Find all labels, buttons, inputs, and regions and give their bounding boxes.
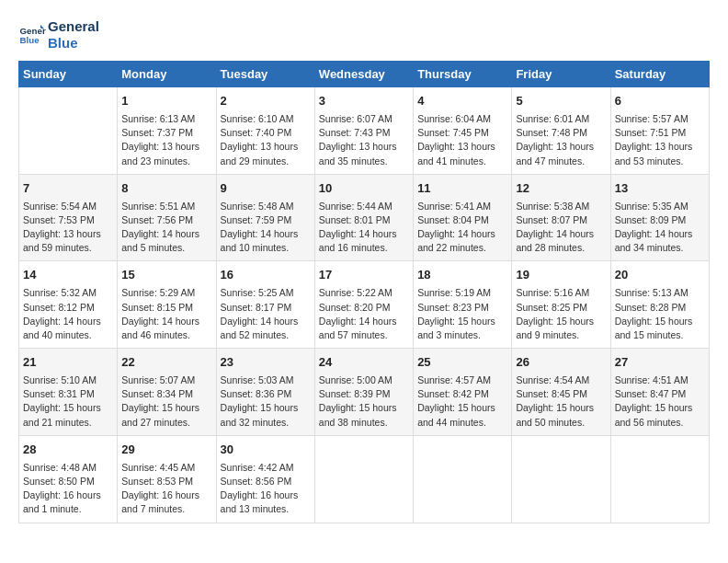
day-info: Sunrise: 4:51 AMSunset: 8:47 PMDaylight:… — [615, 373, 705, 430]
day-info: Sunrise: 5:03 AMSunset: 8:36 PMDaylight:… — [221, 373, 311, 430]
day-cell: 20Sunrise: 5:13 AMSunset: 8:28 PMDayligh… — [610, 261, 709, 349]
day-cell: 24Sunrise: 5:00 AMSunset: 8:39 PMDayligh… — [314, 349, 413, 436]
day-cell: 10Sunrise: 5:44 AMSunset: 8:01 PMDayligh… — [314, 174, 413, 261]
day-cell: 22Sunrise: 5:07 AMSunset: 8:34 PMDayligh… — [118, 349, 216, 436]
day-info: Sunrise: 4:54 AMSunset: 8:45 PMDaylight:… — [516, 373, 606, 430]
header-day-tuesday: Tuesday — [216, 62, 314, 87]
day-cell — [610, 435, 709, 523]
day-cell: 30Sunrise: 4:42 AMSunset: 8:56 PMDayligh… — [216, 435, 314, 523]
day-cell: 8Sunrise: 5:51 AMSunset: 7:56 PMDaylight… — [118, 174, 216, 261]
day-info: Sunrise: 5:41 AMSunset: 8:04 PMDaylight:… — [417, 200, 507, 256]
day-number: 30 — [221, 442, 311, 459]
day-info: Sunrise: 6:07 AMSunset: 7:43 PMDaylight:… — [319, 112, 409, 168]
day-cell: 1Sunrise: 6:13 AMSunset: 7:37 PMDaylight… — [118, 87, 216, 175]
day-info: Sunrise: 4:42 AMSunset: 8:56 PMDaylight:… — [221, 461, 311, 517]
day-number: 20 — [615, 267, 705, 284]
day-cell: 28Sunrise: 4:48 AMSunset: 8:50 PMDayligh… — [19, 435, 118, 523]
week-row-3: 14Sunrise: 5:32 AMSunset: 8:12 PMDayligh… — [19, 261, 710, 349]
day-cell — [314, 435, 413, 523]
day-cell: 26Sunrise: 4:54 AMSunset: 8:45 PMDayligh… — [512, 349, 610, 436]
day-number: 7 — [23, 180, 113, 198]
day-number: 13 — [615, 180, 705, 198]
day-cell: 16Sunrise: 5:25 AMSunset: 8:17 PMDayligh… — [216, 261, 314, 349]
day-number: 26 — [516, 354, 606, 372]
day-number: 22 — [121, 354, 211, 372]
day-cell: 15Sunrise: 5:29 AMSunset: 8:15 PMDayligh… — [118, 261, 216, 349]
day-cell: 6Sunrise: 5:57 AMSunset: 7:51 PMDaylight… — [610, 87, 709, 175]
day-number: 8 — [121, 180, 211, 198]
day-info: Sunrise: 6:04 AMSunset: 7:45 PMDaylight:… — [417, 112, 507, 168]
day-number: 23 — [221, 354, 311, 372]
day-number: 27 — [615, 354, 705, 372]
calendar-table: SundayMondayTuesdayWednesdayThursdayFrid… — [18, 61, 710, 523]
day-number: 18 — [417, 267, 507, 284]
header-day-sunday: Sunday — [19, 62, 118, 87]
day-info: Sunrise: 5:25 AMSunset: 8:17 PMDaylight:… — [221, 286, 311, 342]
header-row: SundayMondayTuesdayWednesdayThursdayFrid… — [19, 62, 710, 87]
week-row-5: 28Sunrise: 4:48 AMSunset: 8:50 PMDayligh… — [19, 435, 710, 523]
day-info: Sunrise: 5:48 AMSunset: 7:59 PMDaylight:… — [221, 200, 311, 256]
day-number: 9 — [221, 180, 311, 198]
day-number: 25 — [417, 354, 507, 372]
day-info: Sunrise: 5:29 AMSunset: 8:15 PMDaylight:… — [121, 286, 211, 342]
day-info: Sunrise: 5:22 AMSunset: 8:20 PMDaylight:… — [319, 286, 409, 342]
day-info: Sunrise: 5:19 AMSunset: 8:23 PMDaylight:… — [417, 286, 507, 342]
day-info: Sunrise: 6:13 AMSunset: 7:37 PMDaylight:… — [121, 112, 211, 168]
day-number: 16 — [221, 267, 311, 284]
day-info: Sunrise: 5:57 AMSunset: 7:51 PMDaylight:… — [615, 112, 705, 168]
day-cell: 4Sunrise: 6:04 AMSunset: 7:45 PMDaylight… — [414, 87, 512, 175]
day-info: Sunrise: 6:10 AMSunset: 7:40 PMDaylight:… — [221, 112, 311, 168]
day-info: Sunrise: 4:48 AMSunset: 8:50 PMDaylight:… — [23, 461, 113, 517]
day-cell: 2Sunrise: 6:10 AMSunset: 7:40 PMDaylight… — [216, 87, 314, 175]
header-day-wednesday: Wednesday — [314, 62, 413, 87]
day-cell: 14Sunrise: 5:32 AMSunset: 8:12 PMDayligh… — [19, 261, 118, 349]
day-info: Sunrise: 6:01 AMSunset: 7:48 PMDaylight:… — [516, 112, 606, 168]
day-number: 29 — [121, 442, 211, 459]
logo-general: General — [48, 18, 99, 35]
day-number: 2 — [221, 93, 311, 110]
day-cell: 21Sunrise: 5:10 AMSunset: 8:31 PMDayligh… — [19, 349, 118, 436]
day-info: Sunrise: 5:10 AMSunset: 8:31 PMDaylight:… — [23, 373, 113, 430]
day-info: Sunrise: 5:35 AMSunset: 8:09 PMDaylight:… — [615, 200, 705, 256]
svg-text:Blue: Blue — [20, 35, 40, 45]
day-cell: 19Sunrise: 5:16 AMSunset: 8:25 PMDayligh… — [512, 261, 610, 349]
day-cell: 3Sunrise: 6:07 AMSunset: 7:43 PMDaylight… — [314, 87, 413, 175]
day-number: 1 — [121, 93, 211, 110]
header-day-thursday: Thursday — [414, 62, 512, 87]
day-cell: 27Sunrise: 4:51 AMSunset: 8:47 PMDayligh… — [610, 349, 709, 436]
day-number: 6 — [615, 93, 705, 110]
day-cell — [414, 435, 512, 523]
day-cell: 12Sunrise: 5:38 AMSunset: 8:07 PMDayligh… — [512, 174, 610, 261]
day-info: Sunrise: 5:44 AMSunset: 8:01 PMDaylight:… — [319, 200, 409, 256]
day-number: 5 — [516, 93, 606, 110]
day-info: Sunrise: 4:57 AMSunset: 8:42 PMDaylight:… — [417, 373, 507, 430]
day-number: 19 — [516, 267, 606, 284]
logo-blue: Blue — [48, 35, 99, 52]
day-number: 4 — [417, 93, 507, 110]
day-info: Sunrise: 5:13 AMSunset: 8:28 PMDaylight:… — [615, 286, 705, 342]
day-number: 3 — [319, 93, 409, 110]
day-cell — [512, 435, 610, 523]
day-number: 10 — [319, 180, 409, 198]
week-row-4: 21Sunrise: 5:10 AMSunset: 8:31 PMDayligh… — [19, 349, 710, 436]
week-row-2: 7Sunrise: 5:54 AMSunset: 7:53 PMDaylight… — [19, 174, 710, 261]
day-number: 24 — [319, 354, 409, 372]
day-number: 17 — [319, 267, 409, 284]
day-cell: 17Sunrise: 5:22 AMSunset: 8:20 PMDayligh… — [314, 261, 413, 349]
day-number: 11 — [417, 180, 507, 198]
day-info: Sunrise: 4:45 AMSunset: 8:53 PMDaylight:… — [121, 461, 211, 517]
day-cell: 23Sunrise: 5:03 AMSunset: 8:36 PMDayligh… — [216, 349, 314, 436]
day-info: Sunrise: 5:16 AMSunset: 8:25 PMDaylight:… — [516, 286, 606, 342]
day-info: Sunrise: 5:07 AMSunset: 8:34 PMDaylight:… — [121, 373, 211, 430]
day-info: Sunrise: 5:51 AMSunset: 7:56 PMDaylight:… — [121, 200, 211, 256]
day-number: 12 — [516, 180, 606, 198]
day-info: Sunrise: 5:54 AMSunset: 7:53 PMDaylight:… — [23, 200, 113, 256]
day-info: Sunrise: 5:32 AMSunset: 8:12 PMDaylight:… — [23, 286, 113, 342]
day-cell: 9Sunrise: 5:48 AMSunset: 7:59 PMDaylight… — [216, 174, 314, 261]
day-info: Sunrise: 5:00 AMSunset: 8:39 PMDaylight:… — [319, 373, 409, 430]
day-number: 15 — [121, 267, 211, 284]
day-cell: 13Sunrise: 5:35 AMSunset: 8:09 PMDayligh… — [610, 174, 709, 261]
day-cell: 11Sunrise: 5:41 AMSunset: 8:04 PMDayligh… — [414, 174, 512, 261]
logo: General Blue General Blue — [18, 18, 99, 52]
day-number: 14 — [23, 267, 113, 284]
